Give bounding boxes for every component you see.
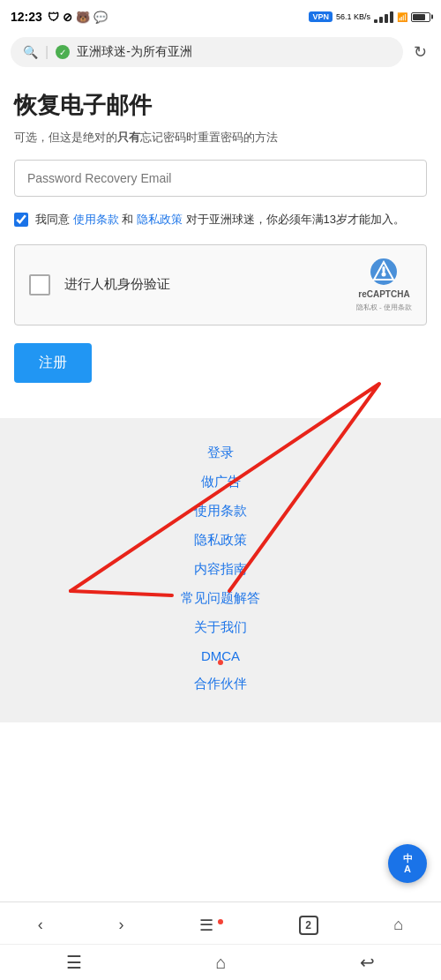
- footer-link-partners[interactable]: 合作伙伴: [14, 676, 427, 692]
- system-back-button[interactable]: ↩: [360, 952, 375, 973]
- recaptcha-brand: reCAPTCHA: [358, 289, 409, 299]
- tabs-button[interactable]: 2: [285, 911, 333, 939]
- page-title: 恢复电子邮件: [14, 90, 427, 121]
- terms-text: 我同意 使用条款 和 隐私政策 对于亚洲球迷，你必须年满13岁才能加入。: [35, 211, 405, 228]
- battery-icon: [411, 12, 430, 22]
- footer-link-content-guide[interactable]: 内容指南: [14, 561, 427, 578]
- system-menu-button[interactable]: ☰: [66, 952, 82, 973]
- translate-icon: 中A: [403, 853, 413, 874]
- recaptcha-privacy-link[interactable]: 隐私权: [356, 303, 377, 311]
- speed-display: 56.1 KB/s: [336, 12, 370, 22]
- footer-link-login[interactable]: 登录: [14, 445, 427, 461]
- nav-bottom: ☰ ⌂ ↩: [0, 945, 441, 980]
- translate-fab[interactable]: 中A: [388, 844, 427, 883]
- footer-link-advertise[interactable]: 做广告: [14, 474, 427, 490]
- search-icon: 🔍: [23, 45, 38, 59]
- clock: 12:23: [11, 10, 42, 24]
- back-button[interactable]: ‹: [24, 912, 57, 938]
- recaptcha-terms-link[interactable]: 使用条款: [384, 303, 412, 311]
- captcha-checkbox[interactable]: [29, 274, 50, 295]
- menu-notification-dot: [218, 919, 223, 924]
- terms-checkbox[interactable]: [14, 213, 28, 227]
- url-text: 亚洲球迷-为所有亚洲: [77, 44, 391, 60]
- footer-link-privacy[interactable]: 隐私政策: [14, 532, 427, 549]
- weibo-icon: 🐻: [76, 11, 90, 24]
- reload-button[interactable]: ↻: [410, 42, 430, 62]
- terms-row: 我同意 使用条款 和 隐私政策 对于亚洲球迷，你必须年满13岁才能加入。: [14, 211, 427, 228]
- forward-button[interactable]: ›: [104, 912, 138, 938]
- svg-rect-2: [383, 266, 385, 273]
- nav-bar: ‹ › ☰ 2 ⌂ ☰ ⌂ ↩: [0, 901, 441, 980]
- recaptcha-links: 隐私权 - 使用条款: [356, 303, 412, 312]
- home-button[interactable]: ⌂: [379, 912, 417, 938]
- divider: |: [45, 44, 49, 60]
- recaptcha-badge: reCAPTCHA 隐私权 - 使用条款: [356, 258, 412, 312]
- tab-count: 2: [299, 916, 318, 935]
- captcha-label: 进行人机身份验证: [64, 276, 170, 293]
- address-bar[interactable]: 🔍 | ✓ 亚洲球迷-为所有亚洲 ↻: [0, 32, 441, 72]
- menu-icon: ☰: [199, 916, 213, 934]
- vpn-badge: VPN: [309, 11, 333, 22]
- nav-dot: [218, 660, 223, 665]
- register-button[interactable]: 注册: [14, 343, 92, 383]
- circle-icon: ⊘: [63, 11, 72, 24]
- url-bar[interactable]: 🔍 | ✓ 亚洲球迷-为所有亚洲: [11, 37, 403, 67]
- subtitle: 可选，但这是绝对的只有忘记密码时重置密码的方法: [14, 130, 427, 146]
- terms-of-service-link[interactable]: 使用条款: [73, 213, 119, 226]
- recaptcha-logo-icon: [370, 258, 398, 286]
- wifi-icon: 📶: [397, 12, 407, 22]
- footer-link-faq[interactable]: 常见问题解答: [14, 590, 427, 607]
- system-home-button[interactable]: ⌂: [215, 953, 226, 973]
- status-bar: 12:23 🛡 ⊘ 🐻 💬 VPN 56.1 KB/s 📶: [0, 0, 441, 32]
- shield-icon: 🛡: [48, 11, 59, 24]
- footer-link-about[interactable]: 关于我们: [14, 619, 427, 636]
- menu-button[interactable]: ☰: [185, 912, 237, 939]
- footer-link-terms[interactable]: 使用条款: [14, 503, 427, 520]
- chat-icon: 💬: [93, 11, 108, 24]
- svg-point-1: [382, 272, 386, 276]
- email-input[interactable]: [14, 160, 427, 197]
- privacy-policy-link[interactable]: 隐私政策: [137, 213, 183, 226]
- secure-icon: ✓: [56, 45, 70, 59]
- recaptcha-box[interactable]: 进行人机身份验证 reCAPTCHA 隐私权 - 使用条款: [14, 244, 427, 325]
- footer-area: 登录 做广告 使用条款 隐私政策 内容指南 常见问题解答 关于我们 DMCA 合…: [0, 418, 441, 722]
- signal-bars: [374, 11, 393, 23]
- main-content: 恢复电子邮件 可选，但这是绝对的只有忘记密码时重置密码的方法 我同意 使用条款 …: [0, 72, 441, 418]
- nav-top: ‹ › ☰ 2 ⌂: [0, 902, 441, 945]
